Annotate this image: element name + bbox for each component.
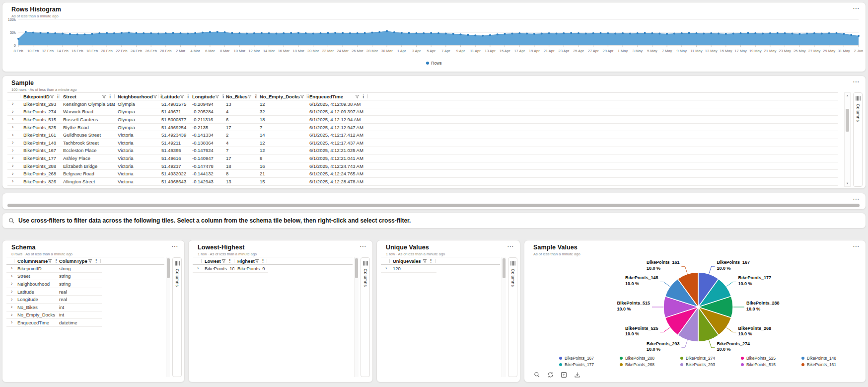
cell[interactable]: Olympia [115, 101, 158, 107]
cell[interactable]: 6/1/2025, 4:12:17.412 AM [306, 132, 368, 138]
row-expander-icon[interactable]: › [7, 163, 20, 168]
legend-item[interactable]: BikePoints_177 [559, 361, 620, 368]
table-row[interactable]: ›BikePoints_177Ashley PlaceVictoria51.49… [7, 155, 838, 162]
cell[interactable]: 6/1/2025, 4:12:21.041 AM [306, 155, 368, 161]
cell[interactable]: Olympia [115, 117, 158, 122]
column-header[interactable]: ColumnType⋮ [56, 257, 101, 264]
filter-icon[interactable] [88, 259, 92, 263]
cell[interactable]: Latitude [14, 289, 56, 295]
table-row[interactable]: ›BikePoints_274Warwick RoadOlympia51.496… [7, 108, 838, 116]
cell[interactable]: BikePoints_515 [20, 117, 60, 122]
table-row[interactable]: ›BikePoints_826Allington StreetVictoria5… [7, 178, 838, 186]
filter-icon[interactable] [255, 259, 259, 263]
cell[interactable]: int [56, 305, 101, 310]
cell[interactable]: 13 [223, 101, 257, 107]
row-expander-icon[interactable]: › [7, 171, 20, 176]
table-row[interactable]: ›EnqueuedTimedatetime [6, 319, 102, 327]
legend-item[interactable]: BikePoints_167 [559, 355, 620, 361]
cell[interactable]: 18 [223, 163, 257, 169]
cell[interactable]: Victoria [115, 171, 158, 176]
cell[interactable]: Eccleston Place [60, 148, 115, 153]
row-expander-icon[interactable]: › [381, 266, 390, 271]
row-expander-icon[interactable]: › [6, 312, 14, 317]
column-menu-icon[interactable]: ⋮ [94, 259, 98, 263]
cell[interactable]: Victoria [115, 155, 158, 161]
cell[interactable]: 51.49237 [158, 163, 189, 169]
cell[interactable]: string [56, 266, 101, 271]
cell[interactable]: 51.4968643 [158, 179, 189, 184]
cell[interactable]: Tachbrook Street [60, 140, 115, 146]
row-expander-icon[interactable]: › [193, 266, 202, 271]
legend-item[interactable]: BikePoints_288 [620, 355, 680, 361]
table-row[interactable]: ›Streetstring [6, 273, 102, 281]
cell[interactable]: real [56, 297, 101, 302]
chart-legend[interactable]: Rows [2, 60, 866, 66]
filter-icon[interactable] [423, 259, 427, 263]
row-expander-icon[interactable]: › [7, 148, 20, 153]
filter-icon[interactable] [215, 94, 219, 99]
cell[interactable]: Longitude [14, 297, 56, 302]
row-expander-icon[interactable]: › [7, 109, 20, 114]
legend-item[interactable]: BikePoints_515 [741, 361, 801, 368]
cell[interactable]: 6/1/2025, 4:12:21.025 AM [306, 148, 368, 153]
cell[interactable]: -0.2135 [189, 125, 223, 130]
row-expander-icon[interactable]: › [6, 274, 14, 279]
row-expander-icon[interactable]: › [6, 297, 14, 302]
cell[interactable]: -0.141334 [189, 132, 223, 138]
rows-histogram-chart[interactable]: 050k100k8 Feb10 Feb12 Feb14 Feb16 Feb18 … [2, 15, 866, 56]
table-row[interactable]: ›Neighbourhoodstring [6, 280, 102, 288]
cell[interactable]: BikePoints_288 [20, 163, 60, 169]
table-row[interactable]: ›BikePoints_288Elizabeth BridgeVictoria5… [7, 162, 838, 170]
cell[interactable]: 51.4923439 [158, 132, 189, 138]
cell[interactable]: 12 [257, 148, 306, 153]
table-row[interactable]: ›BikePoints_167Eccleston PlaceVictoria51… [7, 147, 838, 155]
row-expander-icon[interactable]: › [7, 133, 20, 138]
cell[interactable]: BikePoints_274 [20, 109, 60, 114]
legend-item[interactable]: BikePoints_148 [801, 355, 862, 361]
table-row[interactable]: ›120 [381, 265, 436, 273]
filter-icon[interactable] [102, 94, 106, 99]
column-menu-icon[interactable]: ⋮ [56, 94, 60, 99]
cell[interactable]: 51.49211 [158, 140, 189, 146]
scroll-up-icon[interactable]: ▲ [845, 93, 850, 98]
row-expander-icon[interactable]: › [7, 140, 20, 145]
cell[interactable]: BikePoints_161 [20, 132, 60, 138]
cell[interactable]: Olympia [115, 125, 158, 130]
column-header[interactable]: Latitude⋮ [158, 93, 189, 100]
column-menu-icon[interactable]: ⋮ [108, 94, 112, 99]
row-expander-icon[interactable]: › [6, 320, 14, 325]
cell[interactable]: 32 [257, 109, 306, 114]
cell[interactable]: string [56, 273, 101, 279]
column-menu-icon[interactable]: ⋮ [261, 259, 265, 263]
cell[interactable]: 51.4932022 [158, 171, 189, 176]
cell[interactable]: 51.49395 [158, 148, 189, 153]
cell[interactable]: 17 [223, 125, 257, 130]
row-expander-icon[interactable]: › [6, 281, 14, 286]
cell[interactable]: 4 [223, 109, 257, 114]
cell[interactable]: -0.138364 [189, 140, 223, 146]
cell[interactable]: -0.147478 [189, 163, 223, 169]
cell[interactable]: 21 [257, 171, 306, 176]
cell[interactable]: -0.142943 [189, 179, 223, 184]
cell[interactable]: BikePoints_268 [20, 171, 60, 176]
row-expander-icon[interactable]: › [6, 305, 14, 310]
column-header[interactable]: BikepointID⋮ [20, 93, 60, 100]
vertical-scrollbar[interactable] [502, 257, 506, 377]
cell[interactable]: BikePoints_826 [20, 179, 60, 184]
cell[interactable]: datetime [56, 320, 101, 325]
cell[interactable]: 51.49671 [158, 109, 189, 114]
column-header[interactable]: UniqueVales⋮ [390, 257, 435, 264]
column-header[interactable]: ColumnName⋮ [14, 257, 56, 264]
legend-item[interactable]: BikePoints_525 [741, 355, 801, 361]
row-expander-icon[interactable]: › [6, 266, 14, 271]
cell[interactable]: 17 [223, 155, 257, 161]
row-expander-icon[interactable]: › [7, 101, 20, 106]
cell[interactable]: -0.147624 [189, 148, 223, 153]
cell[interactable]: 51.49616 [158, 155, 189, 161]
cell[interactable]: 7 [223, 148, 257, 153]
columns-pane-toggle[interactable]: Columns [172, 257, 182, 377]
legend-item[interactable]: BikePoints_161 [801, 361, 862, 368]
cell[interactable]: BikePoints_525 [20, 125, 60, 130]
table-row[interactable]: ›BikepointIDstring [6, 265, 102, 273]
cell[interactable]: 7 [257, 125, 306, 130]
